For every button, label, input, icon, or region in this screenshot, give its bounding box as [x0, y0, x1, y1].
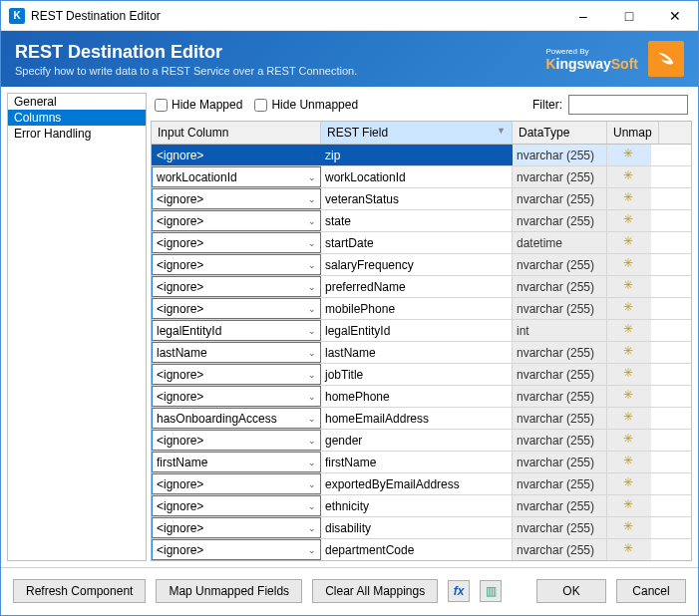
- hide-mapped-input[interactable]: [155, 99, 168, 112]
- input-column-cell[interactable]: legalEntityId⌄: [152, 320, 321, 341]
- unmap-cell[interactable]: [607, 166, 651, 187]
- input-column-cell[interactable]: <ignore>⌄: [152, 495, 321, 516]
- unmap-cell[interactable]: [607, 232, 651, 253]
- rest-field-cell[interactable]: disability: [321, 517, 513, 538]
- unmap-cell[interactable]: [607, 430, 651, 451]
- rest-field-cell[interactable]: state: [321, 210, 513, 231]
- filter-input[interactable]: [568, 95, 688, 115]
- sidebar-item-general[interactable]: General: [8, 94, 146, 110]
- table-row[interactable]: <ignore>⌄jobTitlenvarchar (255): [152, 364, 691, 386]
- table-row[interactable]: <ignore>⌄departmentCodenvarchar (255): [152, 539, 691, 560]
- input-column-cell[interactable]: <ignore>⌄: [152, 298, 321, 319]
- table-row[interactable]: lastName⌄lastNamenvarchar (255): [152, 342, 691, 364]
- input-column-cell[interactable]: <ignore>⌄: [152, 539, 321, 560]
- input-column-cell[interactable]: <ignore>⌄: [152, 232, 321, 253]
- input-column-cell[interactable]: <ignore>⌄: [152, 276, 321, 297]
- rest-field-cell[interactable]: ethnicity: [321, 495, 513, 516]
- rest-field-cell[interactable]: homeEmailAddress: [321, 408, 513, 429]
- table-row[interactable]: firstName⌄firstNamenvarchar (255): [152, 452, 691, 473]
- unmap-cell[interactable]: [607, 408, 651, 429]
- input-column-cell[interactable]: <ignore>⌄: [152, 145, 321, 165]
- hide-mapped-checkbox[interactable]: Hide Mapped: [155, 98, 242, 112]
- table-row[interactable]: legalEntityId⌄legalEntityIdint: [152, 320, 691, 342]
- table-row[interactable]: <ignore>⌄veteranStatusnvarchar (255): [152, 188, 691, 210]
- input-column-cell[interactable]: <ignore>⌄: [152, 254, 321, 275]
- rest-field-cell[interactable]: jobTitle: [321, 364, 513, 385]
- table-row[interactable]: <ignore>⌄gendernvarchar (255): [152, 430, 691, 452]
- hide-unmapped-checkbox[interactable]: Hide Unmapped: [254, 98, 358, 112]
- rest-field-cell[interactable]: gender: [321, 430, 513, 451]
- rest-field-cell[interactable]: salaryFrequency: [321, 254, 513, 275]
- rest-field-cell[interactable]: veteranStatus: [321, 188, 513, 209]
- refresh-component-button[interactable]: Refresh Component: [13, 579, 146, 603]
- unmap-cell[interactable]: [607, 276, 651, 297]
- input-column-cell[interactable]: <ignore>⌄: [152, 517, 321, 538]
- sidebar-item-columns[interactable]: Columns: [8, 110, 146, 126]
- col-header-unmap[interactable]: Unmap: [607, 122, 659, 144]
- rest-field-cell[interactable]: firstName: [321, 452, 513, 472]
- unmap-cell[interactable]: [607, 320, 651, 341]
- rest-field-cell[interactable]: lastName: [321, 342, 513, 363]
- table-row[interactable]: <ignore>⌄startDatedatetime: [152, 232, 691, 254]
- input-column-cell[interactable]: <ignore>⌄: [152, 430, 321, 451]
- input-column-cell[interactable]: <ignore>⌄: [152, 188, 321, 209]
- table-row[interactable]: <ignore>⌄statenvarchar (255): [152, 210, 691, 232]
- sidebar-item-error-handling[interactable]: Error Handling: [8, 126, 146, 142]
- rest-field-cell[interactable]: workLocationId: [321, 166, 513, 187]
- col-header-type[interactable]: DataType: [513, 122, 607, 144]
- input-column-cell[interactable]: <ignore>⌄: [152, 386, 321, 407]
- hide-unmapped-input[interactable]: [254, 99, 267, 112]
- unmap-cell[interactable]: [607, 145, 651, 165]
- input-column-cell[interactable]: <ignore>⌄: [152, 210, 321, 231]
- rest-field-cell[interactable]: mobilePhone: [321, 298, 513, 319]
- table-row[interactable]: <ignore>⌄exportedByEmailAddressnvarchar …: [152, 473, 691, 495]
- unmap-cell[interactable]: [607, 364, 651, 385]
- data-type-cell: nvarchar (255): [513, 254, 607, 275]
- unmap-cell[interactable]: [607, 342, 651, 363]
- table-row[interactable]: workLocationId⌄workLocationIdnvarchar (2…: [152, 166, 691, 188]
- table-row[interactable]: <ignore>⌄ethnicitynvarchar (255): [152, 495, 691, 517]
- table-row[interactable]: <ignore>⌄homePhonenvarchar (255): [152, 386, 691, 408]
- unmap-cell[interactable]: [607, 539, 651, 560]
- unmap-cell[interactable]: [607, 386, 651, 407]
- rest-field-cell[interactable]: zip: [321, 145, 513, 165]
- unmap-cell[interactable]: [607, 452, 651, 472]
- rest-field-cell[interactable]: preferredName: [321, 276, 513, 297]
- unmap-cell[interactable]: [607, 210, 651, 231]
- unmap-cell[interactable]: [607, 495, 651, 516]
- unmap-cell[interactable]: [607, 188, 651, 209]
- clear-all-mappings-button[interactable]: Clear All Mappings: [312, 579, 438, 603]
- unmap-cell[interactable]: [607, 473, 651, 494]
- table-row[interactable]: hasOnboardingAccess⌄homeEmailAddressnvar…: [152, 408, 691, 430]
- fx-button[interactable]: fx: [448, 580, 470, 602]
- unmap-cell[interactable]: [607, 517, 651, 538]
- unmap-cell[interactable]: [607, 298, 651, 319]
- input-column-cell[interactable]: firstName⌄: [152, 452, 321, 472]
- footer: Refresh Component Map Unmapped Fields Cl…: [1, 567, 698, 613]
- map-editor-button[interactable]: [480, 580, 502, 602]
- col-header-input[interactable]: Input Column: [152, 122, 321, 144]
- col-header-rest[interactable]: REST Field▼: [321, 122, 513, 144]
- rest-field-cell[interactable]: legalEntityId: [321, 320, 513, 341]
- cancel-button[interactable]: Cancel: [616, 579, 686, 603]
- rest-field-cell[interactable]: exportedByEmailAddress: [321, 473, 513, 494]
- minimize-button[interactable]: –: [560, 1, 606, 31]
- maximize-button[interactable]: □: [606, 1, 652, 31]
- table-row[interactable]: <ignore>⌄disabilitynvarchar (255): [152, 517, 691, 539]
- table-row[interactable]: <ignore>⌄preferredNamenvarchar (255): [152, 276, 691, 298]
- input-column-cell[interactable]: lastName⌄: [152, 342, 321, 363]
- input-column-cell[interactable]: <ignore>⌄: [152, 364, 321, 385]
- table-row[interactable]: <ignore>⌄mobilePhonenvarchar (255): [152, 298, 691, 320]
- close-button[interactable]: ✕: [652, 1, 698, 31]
- rest-field-cell[interactable]: homePhone: [321, 386, 513, 407]
- rest-field-cell[interactable]: startDate: [321, 232, 513, 253]
- unmap-cell[interactable]: [607, 254, 651, 275]
- rest-field-cell[interactable]: departmentCode: [321, 539, 513, 560]
- table-row[interactable]: <ignore>⌄zipnvarchar (255): [152, 145, 691, 166]
- input-column-cell[interactable]: hasOnboardingAccess⌄: [152, 408, 321, 429]
- map-unmapped-button[interactable]: Map Unmapped Fields: [156, 579, 302, 603]
- input-column-cell[interactable]: <ignore>⌄: [152, 473, 321, 494]
- ok-button[interactable]: OK: [536, 579, 606, 603]
- input-column-cell[interactable]: workLocationId⌄: [152, 166, 321, 187]
- table-row[interactable]: <ignore>⌄salaryFrequencynvarchar (255): [152, 254, 691, 276]
